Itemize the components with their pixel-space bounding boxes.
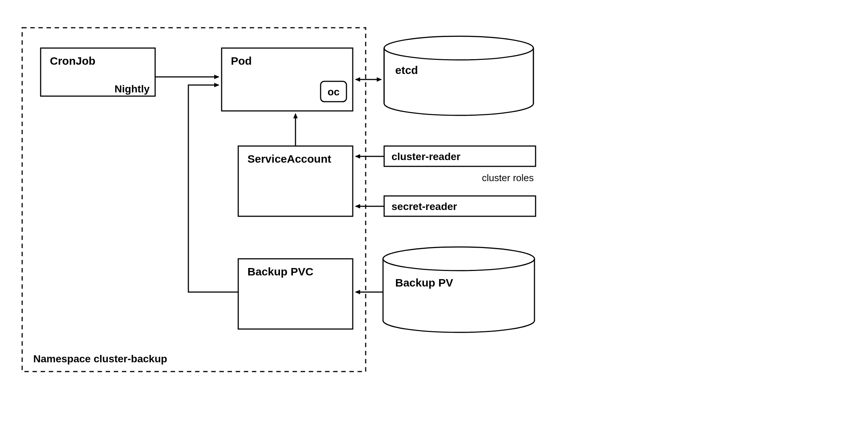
serviceaccount-box: ServiceAccount: [238, 146, 353, 216]
cluster-reader-box: cluster-reader: [384, 146, 536, 166]
cronjob-title: CronJob: [50, 55, 95, 67]
cluster-reader-label: cluster-reader: [392, 151, 461, 162]
svg-point-15: [383, 247, 534, 271]
cronjob-box: CronJob Nightly: [41, 48, 155, 96]
backuppvc-box: Backup PVC: [238, 259, 353, 329]
serviceaccount-title: ServiceAccount: [247, 153, 331, 165]
cronjob-schedule: Nightly: [115, 83, 150, 95]
secret-reader-box: secret-reader: [384, 196, 536, 216]
cluster-roles-group-label: cluster roles: [482, 172, 534, 183]
etcd-cylinder: etcd: [384, 36, 533, 115]
etcd-title: etcd: [395, 64, 418, 76]
namespace-label: Namespace cluster-backup: [33, 353, 167, 365]
pod-box: Pod oc: [222, 48, 353, 111]
secret-reader-label: secret-reader: [392, 201, 457, 212]
arrow-backuppvc-to-pod: [188, 85, 238, 292]
pod-tool: oc: [328, 86, 340, 98]
backuppv-cylinder: Backup PV: [383, 247, 534, 332]
pod-title: Pod: [231, 55, 252, 67]
svg-point-8: [384, 36, 533, 60]
backuppvc-title: Backup PVC: [247, 265, 313, 278]
backuppv-title: Backup PV: [395, 277, 453, 289]
